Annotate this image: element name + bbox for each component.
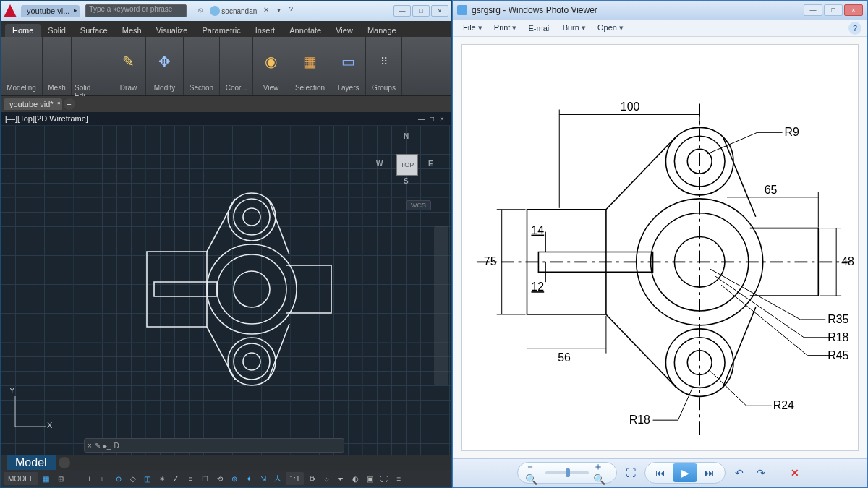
modify-button[interactable]: ✥ xyxy=(155,51,175,72)
next-button[interactable]: ⏭ xyxy=(702,465,718,481)
vp-minimize-icon[interactable]: — xyxy=(417,115,427,123)
status-transparency-icon[interactable]: ☐ xyxy=(199,472,212,485)
menu-print[interactable]: Print xyxy=(490,22,522,34)
viewcube-n[interactable]: N xyxy=(404,132,409,140)
menu-open[interactable]: Open xyxy=(593,22,628,34)
viewer-close-button[interactable]: × xyxy=(844,4,863,16)
new-drawing-button[interactable]: + xyxy=(64,98,75,110)
drawing-tab[interactable]: youtube vid* × xyxy=(4,98,62,110)
status-filter-icon[interactable]: ⏷ xyxy=(334,472,347,485)
menu-file[interactable]: File xyxy=(459,22,487,34)
keyword-search-input[interactable]: Type a keyword or phrase xyxy=(85,4,187,17)
menu-email[interactable]: E-mail xyxy=(524,22,555,34)
close-button[interactable]: × xyxy=(431,5,448,17)
panel-modeling[interactable]: Modeling xyxy=(1,37,43,95)
vp-maximize-icon[interactable]: □ xyxy=(427,115,437,123)
view-button[interactable]: ◉ xyxy=(261,51,281,72)
layout-tab-model[interactable]: Model xyxy=(7,455,56,471)
status-grid-icon[interactable]: ▦ xyxy=(40,472,53,485)
prev-button[interactable]: ⏮ xyxy=(652,465,668,481)
zoom-in-button[interactable]: ＋🔍 xyxy=(593,465,609,481)
qat-signin-icon[interactable]: ⎋ xyxy=(195,6,205,16)
layout-add-button[interactable]: + xyxy=(59,457,70,468)
status-3dosnap-icon[interactable]: ✶ xyxy=(156,472,169,485)
selection-button[interactable]: ▦ xyxy=(300,51,320,72)
zoom-out-button[interactable]: －🔍 xyxy=(525,465,541,481)
ribbon-tab-view[interactable]: View xyxy=(328,24,360,37)
panel-coord[interactable]: Coor... xyxy=(220,37,253,95)
panel-section[interactable]: Section xyxy=(184,37,220,95)
user-name[interactable]: socnandan xyxy=(221,7,257,15)
zoom-slider[interactable] xyxy=(545,471,589,474)
qat-help-icon[interactable]: ? xyxy=(286,6,296,16)
cmd-close-icon[interactable]: × xyxy=(88,442,92,450)
status-lwt-icon[interactable]: ≡ xyxy=(184,472,197,485)
menu-burn[interactable]: Burn xyxy=(558,22,590,34)
rotate-ccw-button[interactable]: ↶ xyxy=(731,465,747,481)
status-scale-button[interactable]: 1:1 xyxy=(286,472,305,485)
drawing-tab-close-icon[interactable]: × xyxy=(57,100,61,106)
status-autoscale-icon[interactable]: ⇲ xyxy=(257,472,270,485)
status-ortho-icon[interactable]: ∟ xyxy=(98,472,111,485)
viewcube-e[interactable]: E xyxy=(428,160,433,168)
maximize-button[interactable]: □ xyxy=(412,5,430,17)
ribbon-tab-mesh[interactable]: Mesh xyxy=(115,24,149,37)
command-line[interactable]: × ✎ ▸_ D xyxy=(84,438,344,453)
wcs-badge[interactable]: WCS xyxy=(406,200,431,210)
status-ws-icon[interactable]: ⚙ xyxy=(305,472,318,485)
status-clean-icon[interactable]: ⛶ xyxy=(378,472,391,485)
viewcube-s[interactable]: S xyxy=(404,177,409,185)
ribbon-tab-surface[interactable]: Surface xyxy=(73,24,115,37)
status-cycling-icon[interactable]: ⟲ xyxy=(213,472,226,485)
rotate-cw-button[interactable]: ↷ xyxy=(753,465,769,481)
fit-window-button[interactable]: ⛶ xyxy=(623,465,639,481)
status-hw-icon[interactable]: ◐ xyxy=(349,472,362,485)
status-custom-icon[interactable]: ≡ xyxy=(392,472,405,485)
slideshow-button[interactable]: ▶ xyxy=(673,463,697,482)
viewport-label[interactable]: [—][Top][2D Wireframe] xyxy=(5,114,88,123)
ribbon-tab-solid[interactable]: Solid xyxy=(41,24,72,37)
ribbon-tab-home[interactable]: Home xyxy=(5,24,41,37)
ribbon-tab-insert[interactable]: Insert xyxy=(248,24,283,37)
minimize-button[interactable]: — xyxy=(393,5,411,17)
status-annomon-icon[interactable]: ✦ xyxy=(242,472,255,485)
viewer-minimize-button[interactable]: — xyxy=(804,4,822,16)
status-polar-icon[interactable]: ⊙ xyxy=(112,472,125,485)
app-title-tab[interactable]: youtube vi... ▸ xyxy=(21,5,80,17)
delete-button[interactable]: ✕ xyxy=(787,465,803,481)
layers-button[interactable]: ▭ xyxy=(339,51,359,72)
status-otrack-icon[interactable]: ∠ xyxy=(170,472,183,485)
status-infer-icon[interactable]: ⊥ xyxy=(69,472,82,485)
viewcube[interactable]: TOP N S W E xyxy=(373,131,438,196)
groups-button[interactable]: ⠿ xyxy=(377,54,391,69)
status-gizmo-icon[interactable]: ⊚ xyxy=(228,472,241,485)
ribbon-tab-visualize[interactable]: Visualize xyxy=(149,24,195,37)
qat-exchange-icon[interactable]: ✕ xyxy=(261,6,271,16)
ribbon-tab-annotate[interactable]: Annotate xyxy=(282,24,328,37)
status-annoscale-icon[interactable]: 人 xyxy=(271,472,284,485)
status-iso-icon[interactable]: ◇ xyxy=(127,472,140,485)
panel-solidedit[interactable]: Solid Edi... xyxy=(72,37,111,95)
draw-button[interactable]: ✎ xyxy=(119,51,139,72)
status-osnap-icon[interactable]: ◫ xyxy=(141,472,154,485)
zoom-slider-thumb[interactable] xyxy=(566,468,570,477)
status-isolate-icon[interactable]: ▣ xyxy=(363,472,376,485)
vp-close-icon[interactable]: × xyxy=(437,115,447,123)
app-title-close-icon[interactable]: ▸ xyxy=(74,7,77,14)
nav-bar[interactable] xyxy=(434,226,448,385)
status-snap-icon[interactable]: ⊞ xyxy=(54,472,67,485)
status-dyn-icon[interactable]: + xyxy=(83,472,96,485)
ribbon-tab-parametric[interactable]: Parametric xyxy=(195,24,247,37)
status-model-button[interactable]: MODEL xyxy=(4,472,38,485)
menu-help-icon[interactable]: ? xyxy=(848,22,861,35)
viewcube-top-face[interactable]: TOP xyxy=(396,154,418,176)
user-avatar-icon[interactable] xyxy=(210,6,220,16)
ribbon-tab-manage[interactable]: Manage xyxy=(360,24,404,37)
cmd-wrench-icon[interactable]: ✎ xyxy=(95,442,101,450)
viewcube-w[interactable]: W xyxy=(376,160,383,168)
panel-mesh[interactable]: Mesh xyxy=(43,37,72,95)
qat-help-dd-icon[interactable]: ▾ xyxy=(273,6,284,16)
drawing-canvas[interactable]: TOP N S W E WCS X Y × ✎ ▸_ D xyxy=(1,125,451,455)
viewer-maximize-button[interactable]: □ xyxy=(824,4,843,16)
status-monitor-icon[interactable]: ☼ xyxy=(320,472,333,485)
